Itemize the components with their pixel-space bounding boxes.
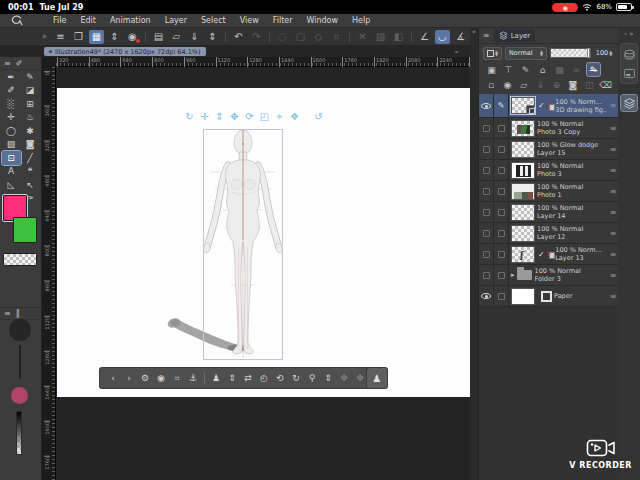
tool-object[interactable]: ⊡ <box>2 151 21 165</box>
new-layer-settings-button[interactable]: ◉ <box>501 78 513 91</box>
pose-preset-button[interactable]: ♟ <box>209 370 223 386</box>
menu-item-edit[interactable]: Edit <box>80 16 96 25</box>
object-mesh-button[interactable]: ❖ <box>288 110 301 123</box>
edit-mode-button[interactable]: ▦ <box>89 30 104 44</box>
clip-studio-logo-icon[interactable] <box>10 15 23 26</box>
opacity-value[interactable]: 100▲▼ <box>594 47 614 60</box>
menu-item-view[interactable]: View <box>240 16 259 25</box>
material-palette-button[interactable] <box>621 46 637 62</box>
layer-visibility-cell[interactable] <box>479 244 494 264</box>
reference-layer-button[interactable]: ∞ <box>570 63 583 76</box>
layer-edit-cell[interactable] <box>494 265 509 285</box>
layer-row[interactable]: 100 % NormalLayer 14≡ <box>479 202 619 223</box>
layer-row[interactable]: 100 % NormalLayer 12≡ <box>479 223 619 244</box>
camera-import-button[interactable]: ◉ <box>125 30 140 44</box>
tab-layer[interactable]: Layer <box>494 29 536 42</box>
layer-row[interactable]: 100 % NormalPhoto 3 Copy≡ <box>479 118 619 139</box>
menu-item-file[interactable]: File <box>53 16 66 25</box>
layer-edit-cell[interactable]: ✎ <box>494 94 509 117</box>
layer-row[interactable]: ✎✓✕100 % Norm...3D drawing fig...≡ <box>479 94 619 118</box>
layer-thumbnail[interactable] <box>511 141 535 158</box>
snap-grid-button[interactable]: ∡ <box>453 30 468 44</box>
canvas-page[interactable]: ↻✛⇕✥⟳◰⌖❖↺ <box>57 88 470 397</box>
ground-anchor-button[interactable]: ⚓ <box>186 370 200 386</box>
menu-item-window[interactable]: Window <box>306 16 338 25</box>
camera-rotate-button[interactable]: ↻ <box>183 110 196 123</box>
layer-palette-button[interactable] <box>621 95 637 111</box>
current-color-indicator[interactable] <box>11 387 28 404</box>
layer-visibility-cell[interactable] <box>479 223 494 243</box>
layer-edit-cell[interactable] <box>494 118 509 138</box>
transform-button[interactable]: ✕ <box>355 30 370 44</box>
snap-ruler-button[interactable]: ∠ <box>417 30 432 44</box>
layer-visibility-cell[interactable] <box>479 286 494 306</box>
layer-thumbnail[interactable] <box>511 225 535 242</box>
layer-edit-cell[interactable] <box>494 223 509 243</box>
transparent-color-swatch[interactable] <box>3 253 37 266</box>
menu-item-help[interactable]: Help <box>352 16 370 25</box>
menu-item-layer[interactable]: Layer <box>165 16 187 25</box>
blend-mode-dropdown[interactable]: Normal ▲▼ <box>505 47 547 60</box>
folder-expand-icon[interactable]: ▸ <box>511 271 515 279</box>
hand-pose-left-button[interactable]: ✥ <box>337 370 351 386</box>
body-shape-button[interactable]: ⚲ <box>305 370 319 386</box>
right-panel-collapse-strip[interactable]: « <box>470 28 478 480</box>
layer-row[interactable]: 100 % NormalPhoto 1≡ <box>479 181 619 202</box>
menu-item-filter[interactable]: Filter <box>273 16 293 25</box>
layer-row[interactable]: ʃ✓✕100 % Norm...Layer 13≡ <box>479 244 619 265</box>
layer-thumbnail[interactable]: ʃ <box>511 246 535 263</box>
layer-edit-cell[interactable] <box>494 160 509 180</box>
object-move-button[interactable]: ✥ <box>228 110 241 123</box>
object-rotate-button[interactable]: ⟳ <box>243 110 256 123</box>
flip-horizontal-button[interactable]: ⇄ <box>241 370 255 386</box>
layer-visibility-cell[interactable] <box>479 94 494 117</box>
sub-color-swatch[interactable] <box>13 217 37 243</box>
commandbar-collapse-icon[interactable]: » <box>42 32 47 41</box>
tool-operate[interactable]: ↖ <box>21 178 40 192</box>
layer-visibility-cell[interactable] <box>479 181 494 201</box>
object-snap-ground-button[interactable]: ⌖ <box>273 110 286 123</box>
camera-zoom-button[interactable]: ⇕ <box>213 110 226 123</box>
layer-mask-button[interactable]: ◙ <box>567 78 579 91</box>
layer-edit-cell[interactable] <box>494 181 509 201</box>
tab-overflow-chevron-icon[interactable]: ⌄ <box>453 46 460 55</box>
new-raster-layer-button[interactable]: ▫ <box>485 78 497 91</box>
layer-thumbnail[interactable] <box>511 288 535 305</box>
layer-thumbnail[interactable] <box>511 97 535 114</box>
layer-edit-cell[interactable] <box>494 139 509 159</box>
tool-text[interactable]: A <box>2 165 21 179</box>
delete-layer-button[interactable]: ⌫ <box>599 78 612 91</box>
layer-thumbnail[interactable] <box>511 120 535 137</box>
3d-drawing-figure[interactable] <box>153 127 285 363</box>
layer-color-button[interactable]: ▣ <box>485 63 498 76</box>
layer-visibility-cell[interactable] <box>479 202 494 222</box>
opacity-slider[interactable] <box>550 48 591 58</box>
undo-button[interactable]: ↶ <box>231 30 246 44</box>
export-button[interactable]: ⇓ <box>187 30 202 44</box>
layer-row[interactable]: 100 % NormalPhoto 3≡ <box>479 160 619 181</box>
tool-auto-select[interactable]: ✱ <box>21 124 40 138</box>
hand-pose-right-button[interactable]: ✥ <box>353 370 367 386</box>
canvas-display-button[interactable]: ❐ <box>71 30 86 44</box>
tool-pen[interactable]: ✒ <box>2 70 21 84</box>
frame-border-button[interactable]: ◧ <box>391 30 406 44</box>
merge-down-button[interactable]: ⇓ <box>534 78 546 91</box>
body-expand-button[interactable]: ⇕ <box>321 370 335 386</box>
crop-button[interactable]: ⌗ <box>329 30 344 44</box>
camera-pan-button[interactable]: ✛ <box>198 110 211 123</box>
layer-row[interactable]: ▸100 % NormalFolder 3≡ <box>479 265 619 286</box>
opacity-gradient-slider[interactable] <box>16 411 22 455</box>
layer-visibility-cell[interactable] <box>479 139 494 159</box>
invert-selection-button[interactable]: ◇ <box>311 30 326 44</box>
fit-to-view-button[interactable]: ⌗ <box>170 370 184 386</box>
tool-eraser[interactable]: ◪ <box>21 84 40 98</box>
document-tab[interactable]: Illustration49* (2470 x 1620px 72dpi 64.… <box>44 47 206 56</box>
pose-history-button[interactable]: ◴ <box>257 370 271 386</box>
tool-fill[interactable]: ◙ <box>21 138 40 152</box>
tool-figure[interactable]: ◺ <box>2 178 21 192</box>
new-canvas-button[interactable]: ▤ <box>151 30 166 44</box>
open-file-button[interactable]: ▱ <box>169 30 184 44</box>
lock-layer-button[interactable]: ⌂ <box>536 63 549 76</box>
clip-to-layer-below-button[interactable]: ⊤ <box>502 63 515 76</box>
tool-pencil[interactable]: ✎ <box>21 70 40 84</box>
